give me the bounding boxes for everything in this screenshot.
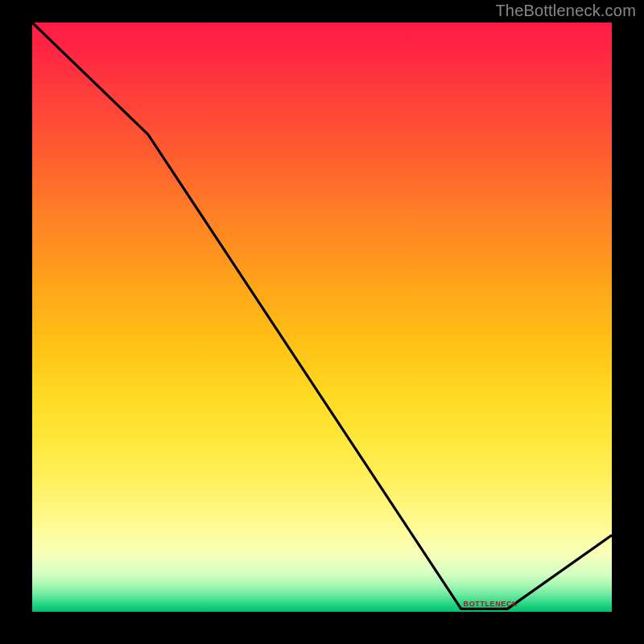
chart-svg: BOTTLENECK: [32, 23, 612, 612]
chart-stage: TheBottleneck.com BOTTLENECK: [0, 0, 644, 644]
plot-area: BOTTLENECK: [32, 23, 612, 612]
valley-label: BOTTLENECK: [464, 600, 518, 608]
watermark-text: TheBottleneck.com: [495, 2, 636, 20]
data-curve: [32, 23, 612, 609]
